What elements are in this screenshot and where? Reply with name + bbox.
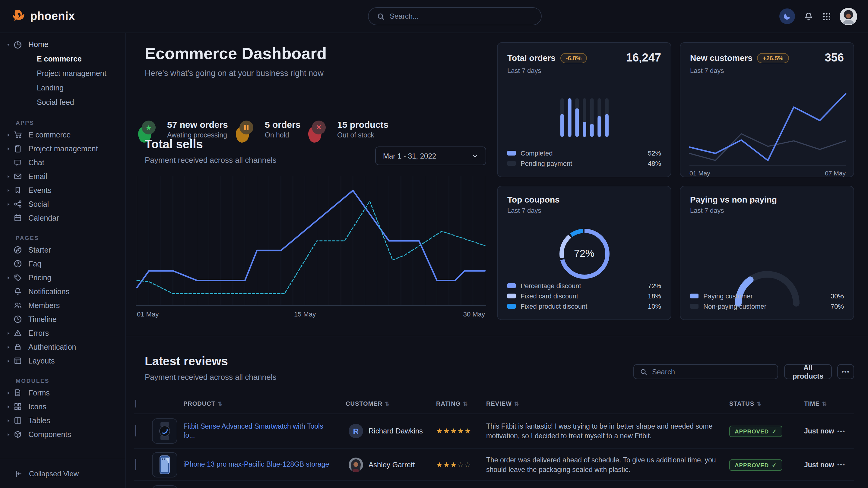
svg-text:01 May: 01 May [137,311,159,318]
collapsed-view-toggle[interactable]: Collapsed View [0,459,125,488]
column-header-status[interactable]: STATUS⇅ [729,400,804,406]
sidebar-item-project-management[interactable]: Project management [0,66,125,81]
row-checkbox[interactable] [135,458,136,470]
sidebar-item-icons[interactable]: Icons [0,400,125,414]
legend-row: Fixed product discount 10% [507,301,661,311]
legend-label: Fixed product discount [521,302,587,310]
caret-right-icon [6,345,12,349]
search-placeholder: Search... [390,12,418,21]
user-avatar[interactable] [840,7,857,25]
row-actions-button[interactable]: ••• [837,461,854,468]
sidebar-item-calendar[interactable]: Calendar [0,211,125,225]
sidebar-item-social[interactable]: Social [0,197,125,211]
sidebar-item-tables[interactable]: Tables [0,414,125,427]
caret-right-icon [6,275,12,280]
sidebar-item-pricing[interactable]: Pricing [0,271,125,285]
check-icon: ✓ [772,461,777,468]
sidebar-item-components[interactable]: Components [0,427,125,441]
sidebar-item-faq[interactable]: Faq [0,257,125,271]
legend-swatch [507,151,516,155]
select-all-checkbox[interactable] [135,399,136,407]
sidebar-item-label: Home [28,40,49,49]
sidebar-item-authentication[interactable]: Authentication [0,340,125,354]
product-link[interactable]: iPhone 13 pro max-Pacific Blue-128GB sto… [183,460,346,469]
sidebar-item-timeline[interactable]: Timeline [0,312,125,326]
sidebar-section-label: PAGES [0,232,125,243]
review-text: This Fitbit is fantastic! I was trying t… [486,421,729,441]
sidebar-item-chat[interactable]: Chat [0,156,125,169]
customer-name: Richard Dawkins [369,427,423,435]
total-orders-card: Total orders -6.8% 16,247 Last 7 days Co… [497,42,671,177]
reviews-more-button[interactable]: ••• [837,364,854,379]
sidebar-item-starter[interactable]: Starter [0,243,125,257]
date-range-select[interactable]: Mar 1 - 31, 2022 [375,147,486,165]
review-row: iPhone 13 pro max-Pacific Blue-128GB sto… [134,449,854,481]
column-header-review[interactable]: REVIEW⇅ [486,400,729,406]
column-header-rating[interactable]: RATING⇅ [436,400,486,406]
product-link[interactable]: Fitbit Sense Advanced Smartwatch with To… [183,422,346,440]
legend-row: Paying customer 30% [690,291,844,301]
review-text: The order was delivered ahead of schedul… [486,455,729,474]
column-header-customer[interactable]: CUSTOMER⇅ [346,400,436,406]
customer-avatar [349,457,363,472]
row-checkbox[interactable] [135,425,136,436]
column-header-time[interactable]: TIME⇅ [804,400,837,406]
stat-value: 5 orders [265,119,300,130]
product-thumbnail [152,418,177,444]
column-header-product[interactable]: PRODUCT⇅ [183,400,346,406]
sidebar-item-label: Events [28,186,51,194]
sidebar-item-notifications[interactable]: Notifications [0,285,125,298]
legend-label: Paying customer [703,292,753,299]
review-time: Just now [804,461,837,468]
sidebar-item-email[interactable]: Email [0,169,125,183]
sidebar-item-layouts[interactable]: Layouts [0,354,125,368]
sidebar-item-label: Project management [28,144,98,153]
sidebar-item-e-commerce[interactable]: E commerce [0,52,125,66]
sidebar-item-social-feed[interactable]: Social feed [0,95,125,110]
product-thumbnail [152,485,177,488]
legend-value: 70% [831,302,844,310]
brand[interactable]: phoenix [10,0,75,33]
sidebar-item-label: Authentication [28,343,76,351]
card-title: Total orders [507,53,556,63]
product-thumbnail [152,452,177,477]
sidebar-item-label: Tables [28,416,50,425]
collapse-icon [14,469,23,478]
sidebar-item-landing[interactable]: Landing [0,81,125,95]
sidebar-item-home[interactable]: Home [0,37,125,52]
theme-toggle-button[interactable] [779,8,795,24]
bookmark-icon [13,186,22,195]
svg-text:15 May: 15 May [294,311,316,318]
sidebar-item-e-commerce[interactable]: E commerce [0,128,125,142]
row-actions-button[interactable]: ••• [837,428,854,434]
reviews-search-input[interactable]: Search [633,364,778,379]
grid4-icon [13,402,22,411]
sidebar-item-events[interactable]: Events [0,183,125,197]
reviews-table-header: PRODUCT⇅CUSTOMER⇅RATING⇅REVIEW⇅STATUS⇅TI… [134,393,854,414]
stat-1: 5 orders On hold [238,119,300,142]
sidebar-item-errors[interactable]: Errors [0,326,125,340]
sidebar-item-members[interactable]: Members [0,298,125,312]
notifications-button[interactable] [803,11,814,22]
customer-name: Ashley Garrett [369,460,415,469]
caret-right-icon [6,331,12,335]
sidebar-item-project-management[interactable]: Project management [0,142,125,156]
legend-swatch [507,161,516,165]
sidebar-item-label: Pricing [28,273,51,282]
sidebar-item-label: E commerce [37,55,82,63]
all-products-button[interactable]: All products [784,364,832,379]
global-search-input[interactable]: Search... [368,7,542,25]
sidebar-item-label: Notifications [28,287,69,296]
stat-value: 57 new orders [167,119,228,130]
sidebar-item-forms[interactable]: Forms [0,386,125,400]
paying-card: Paying vs non paying Last 7 days Paying … [680,186,854,320]
lock-icon [13,343,22,352]
card-period: Last 7 days [507,207,661,214]
page-title: Ecommerce Dashboard [145,44,327,63]
apps-grid-button[interactable] [822,12,831,21]
legend-label: Fixed card discount [521,292,578,299]
date-range-value: Mar 1 - 31, 2022 [383,152,436,160]
legend-row: Non-paying customer 70% [690,301,844,311]
clock-icon [13,315,22,324]
donut-center-value: 72% [548,218,620,290]
